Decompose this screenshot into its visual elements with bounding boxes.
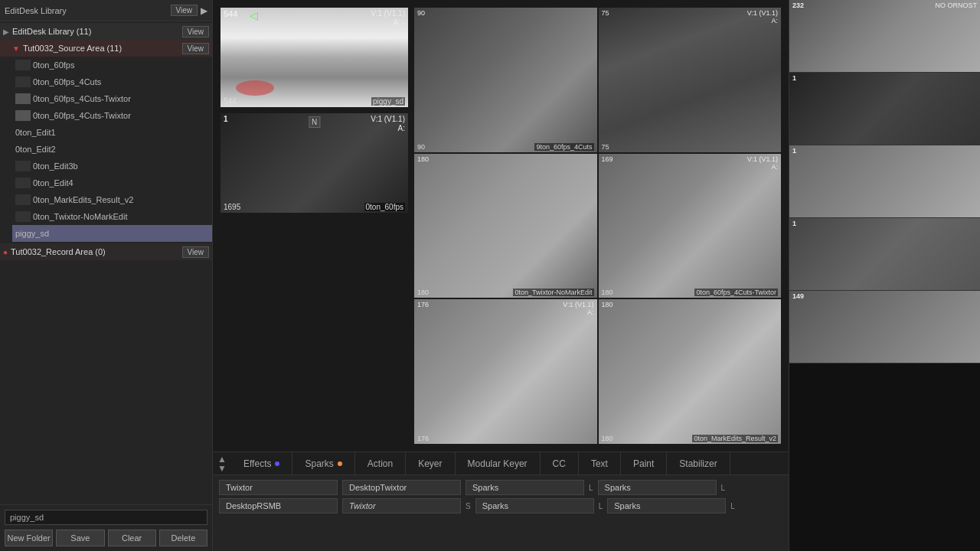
effect-col1-row1[interactable]: DesktopRSMB xyxy=(219,498,338,514)
grid-previews: 90 9ton_60fps_4Cuts 90 75 V:1 (V1.1) A: … xyxy=(414,8,781,444)
clear-button[interactable]: Clear xyxy=(108,530,156,546)
clip1-name: piggy_sd xyxy=(371,97,405,106)
right-preview-3[interactable]: 1 xyxy=(789,218,980,291)
effect-col2-row1-flag: S xyxy=(466,502,471,510)
effect-col2-row0[interactable]: DesktopTwixtor xyxy=(342,480,461,495)
grid-cell-2[interactable]: 180 0ton_Twixtor-NoMarkEdit 180 xyxy=(414,154,597,298)
tab-paint[interactable]: Paint xyxy=(621,452,667,474)
tab-effects[interactable]: Effects xyxy=(231,452,292,474)
grid-cell-2-num: 180 xyxy=(417,155,429,163)
editdesk-library-title: EditDesk Library xyxy=(5,6,168,15)
effect-col1-row0[interactable]: Twixtor xyxy=(219,480,338,495)
tree-item-8[interactable]: 0ton_MarkEdits_Result_v2 xyxy=(12,191,212,208)
effect-col3-row1-flag: L xyxy=(599,502,603,510)
thumb-icon-6 xyxy=(15,161,31,171)
right-preview-4[interactable]: 149 xyxy=(789,291,980,364)
tab-sparks[interactable]: Sparks xyxy=(292,452,354,474)
tab-action[interactable]: Action xyxy=(355,452,406,474)
main-preview-clip1[interactable]: 544 ◁ V:1 (V1.1) A: - piggy_sd 544 xyxy=(220,8,408,107)
grid-cell-0[interactable]: 90 9ton_60fps_4Cuts 90 xyxy=(414,8,597,152)
clip2-audio: A: xyxy=(398,124,405,132)
sparks-dot-icon xyxy=(338,461,342,466)
tree-item-9[interactable]: 0ton_Twixtor-NoMarkEdit xyxy=(12,208,212,225)
filename-input[interactable]: piggy_sd xyxy=(5,510,207,525)
tree-item-label-2: 0ton_60fps_4Cuts-Twixtor xyxy=(33,94,131,103)
source-arrow-icon: ▼ xyxy=(12,44,20,53)
new-folder-button[interactable]: New Folder xyxy=(5,530,53,546)
grid-cell-4[interactable]: 176 V:1 (V1.1) A: 176 xyxy=(414,299,597,444)
tree-item-7[interactable]: 0ton_Edit4 xyxy=(12,174,212,191)
tree-item-0[interactable]: 0ton_60fps xyxy=(12,57,212,73)
grid-cell-0-label: 9ton_60fps_4Cuts xyxy=(534,143,593,151)
grid-cell-3-audio: A: xyxy=(771,163,778,171)
tab-cc[interactable]: CC xyxy=(541,452,579,474)
right-p3-num: 1 xyxy=(792,220,796,227)
arrow-up-icon: ▲ xyxy=(217,455,227,464)
effects-dot-icon xyxy=(275,461,279,466)
tree-item-5[interactable]: 0ton_Edit2 xyxy=(12,141,212,158)
delete-button[interactable]: Delete xyxy=(159,530,207,546)
tree-item-6[interactable]: 0ton_Edit3b xyxy=(12,158,212,174)
grid-cell-3[interactable]: 169 V:1 (V1.1) A: 0ton_60fps_4Cuts-Twixt… xyxy=(599,154,782,298)
tab-text[interactable]: Text xyxy=(579,452,621,474)
right-p0-num: 232 xyxy=(792,2,804,9)
tab-stabilizer-label: Stabilizer xyxy=(679,458,717,469)
tree-item-3[interactable]: 0ton_60fps_4Cuts-Twixtor xyxy=(12,107,212,124)
grid-cell-1[interactable]: 75 V:1 (V1.1) A: 75 xyxy=(599,8,782,152)
effect-col2-row1[interactable]: Twixtor xyxy=(342,498,461,514)
effect-col2-row1-text: Twixtor xyxy=(349,501,376,510)
record-dot-icon: ● xyxy=(3,248,8,256)
right-panel: 232 NO ORNOST 1 1 1 149 xyxy=(789,0,980,551)
sidebar-action-buttons: New Folder Save Clear Delete xyxy=(5,530,207,546)
tab-cc-label: CC xyxy=(553,458,566,469)
library-view-button[interactable]: View xyxy=(182,26,210,37)
library-arrow-icon: ▶ xyxy=(3,28,9,36)
right-p4-num: 149 xyxy=(792,292,804,300)
tree-item-2[interactable]: 0ton_60fps_4Cuts-Twixtor xyxy=(12,90,212,107)
thumb-icon-0 xyxy=(15,60,31,70)
preview-area: 544 ◁ V:1 (V1.1) A: - piggy_sd 544 N 1 V… xyxy=(213,0,789,452)
tree-item-label-10: piggy_sd xyxy=(15,229,49,238)
source-area-header[interactable]: ▼ Tut0032_Source Area (11) View xyxy=(0,40,212,57)
tree-item-label-7: 0ton_Edit4 xyxy=(33,178,74,187)
grid-cell-2-label: 0ton_Twixtor-NoMarkEdit xyxy=(513,289,593,296)
thumb-icon-3 xyxy=(15,110,31,121)
tree-item-label-1: 0ton_60fps_4Cuts xyxy=(33,77,101,86)
record-area-header[interactable]: ● Tut0032_Record Area (0) View xyxy=(0,243,212,260)
effect-col3-row0[interactable]: Sparks xyxy=(466,480,584,495)
tree-item-1[interactable]: 0ton_60fps_4Cuts xyxy=(12,73,212,90)
tab-keyer[interactable]: Keyer xyxy=(406,452,455,474)
clip2-name: 0ton_60fps xyxy=(364,203,406,211)
effects-row-0: Twixtor DesktopTwixtor Sparks L Sparks L xyxy=(219,480,782,495)
tabs-row: ▲ ▼ Effects Sparks Action Keyer xyxy=(213,452,789,475)
clip1-frame-num: 544 xyxy=(224,9,237,18)
right-p1-num: 1 xyxy=(792,74,796,82)
grid-cell-1-num: 75 xyxy=(602,9,609,17)
effect-col4-row1[interactable]: Sparks xyxy=(607,498,726,514)
source-view-button[interactable]: View xyxy=(182,43,210,54)
right-preview-1[interactable]: 1 xyxy=(789,73,980,145)
effect-col3-row1[interactable]: Sparks xyxy=(475,498,594,514)
library-group-header[interactable]: ▶ EditDesk Library (11) View xyxy=(0,23,212,40)
tab-stabilizer[interactable]: Stabilizer xyxy=(667,452,730,474)
clip1-marker-icon: ◁ xyxy=(250,9,258,21)
editdesk-library-header: EditDesk Library View ▶ xyxy=(0,0,212,21)
grid-cell-5[interactable]: 180 0ton_MarkEdits_Result_v2 180 xyxy=(599,299,782,444)
tree-item-4[interactable]: 0ton_Edit1 xyxy=(12,124,212,141)
main-preview-clip2[interactable]: N 1 V:1 (V1.1) A: 0ton_60fps 1695 xyxy=(220,113,408,213)
right-preview-2[interactable]: 1 xyxy=(789,145,980,218)
editdesk-view-button[interactable]: View xyxy=(171,5,198,16)
grid-cell-0-num: 90 xyxy=(417,9,425,17)
library-group-title: EditDesk Library (11) xyxy=(12,27,91,36)
grid-cell-1-audio: A: xyxy=(771,17,778,24)
record-view-button[interactable]: View xyxy=(182,246,210,258)
thumb-icon-9 xyxy=(15,211,31,222)
effect-col4-row0[interactable]: Sparks xyxy=(598,480,717,495)
save-button[interactable]: Save xyxy=(56,530,104,546)
tab-modular-keyer[interactable]: Modular Keyer xyxy=(456,452,541,474)
right-preview-0[interactable]: 232 NO ORNOST xyxy=(789,0,980,73)
center-area: 544 ◁ V:1 (V1.1) A: - piggy_sd 544 N 1 V… xyxy=(213,0,789,551)
tree-item-10[interactable]: piggy_sd xyxy=(12,225,212,242)
bottom-arrows[interactable]: ▲ ▼ xyxy=(213,452,231,476)
grid-cell-0-frame: 90 xyxy=(417,143,425,151)
